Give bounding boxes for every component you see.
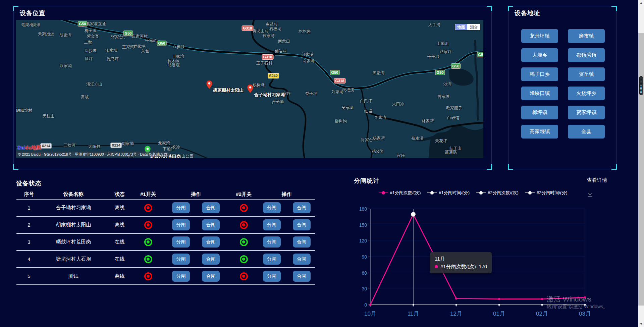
switch-indicator-off <box>240 272 248 280</box>
table-row: 3晒鼓坪村荒田岗在线分闸合闸分闸合闸 <box>16 234 315 251</box>
address-button-磨市镇[interactable]: 磨市镇 <box>568 29 605 43</box>
map-pin-icon[interactable] <box>206 80 213 89</box>
map-place-label: 白岩铺 <box>447 115 459 121</box>
legend-item[interactable]: #2分闸次数/(次) <box>476 190 519 196</box>
column-header: 操作 <box>162 191 229 198</box>
switch-close-button[interactable]: 合闸 <box>293 254 311 265</box>
address-button-资丘镇[interactable]: 资丘镇 <box>568 67 605 81</box>
legend-marker-icon <box>525 191 535 195</box>
map-place-label: 跑马坪 <box>107 56 119 62</box>
switch-close-button[interactable]: 合闸 <box>293 202 311 213</box>
series-dot-icon <box>435 265 438 268</box>
legend-label: #1分闸时间/(分) <box>439 190 470 196</box>
address-button-榔坪镇[interactable]: 榔坪镇 <box>521 106 558 119</box>
tooltip-value: #1分闸次数/(次): 170 <box>440 264 487 269</box>
map-type-map-button[interactable]: 地图 <box>455 24 468 30</box>
address-button-都镇湾镇[interactable]: 都镇湾镇 <box>568 48 605 62</box>
vertical-scrollbar[interactable]: ▲ ▼ <box>638 0 644 327</box>
road-badge-g50: G50 <box>157 41 167 46</box>
map-place-label: 长冲 <box>172 144 180 150</box>
switch-close-button[interactable]: 合闸 <box>202 202 220 213</box>
windows-activation-watermark-sub: 转到“设置”以激活 Windows。 <box>547 304 608 310</box>
address-button-大堰乡[interactable]: 大堰乡 <box>521 48 558 62</box>
address-button-高家堰镇[interactable]: 高家堰镇 <box>521 125 558 139</box>
map-place-label: 柳树沟 <box>335 118 347 124</box>
switch-indicator-off <box>144 272 152 280</box>
map-place-label: 沁水坝 <box>105 48 117 53</box>
map-place-label: 鸡公岩 <box>372 149 384 154</box>
device-status: 在线 <box>105 256 134 262</box>
svg-text:0: 0 <box>364 302 367 308</box>
map-place-label: 三岔河 <box>63 143 75 148</box>
legend-item[interactable]: #1分闸时间/(分) <box>427 190 470 196</box>
trip-stats-title: 分闸统计 <box>354 177 379 185</box>
switch-close-button[interactable]: 合闸 <box>202 219 220 230</box>
map-place-label: 千家岭 <box>145 38 157 44</box>
address-button-渔峡口镇[interactable]: 渔峡口镇 <box>521 87 558 100</box>
trip-open-button[interactable]: 分闸 <box>263 236 281 248</box>
legend-marker-icon <box>379 191 388 195</box>
baidu-logo-bai: Bai <box>17 145 25 150</box>
map-place-label: 洞坪 <box>32 22 40 28</box>
map-place-label: 路家坪 <box>440 49 452 55</box>
trip-open-button[interactable]: 分闸 <box>172 219 190 230</box>
svg-text:180: 180 <box>359 206 367 212</box>
view-details-link[interactable]: 查看详情 <box>587 177 607 183</box>
map-pin-label: 合子坳村习家坳 <box>254 92 285 98</box>
switch2-cell <box>229 255 258 263</box>
trip-open-button[interactable]: 分闸 <box>263 219 281 230</box>
trip-open-button[interactable]: 分闸 <box>172 271 190 282</box>
map-place-label: 刘家坳 <box>331 89 343 95</box>
switch-close-button[interactable]: 合闸 <box>293 236 311 248</box>
table-row: 2胡家棚村太阳山离线分闸合闸分闸合闸 <box>16 217 315 234</box>
chart-tooltip: 11月 #1分闸次数/(次): 170 <box>430 252 492 273</box>
trip-open-button[interactable]: 分闸 <box>263 202 281 213</box>
scrollbar-down-arrow-icon[interactable]: ▼ <box>638 321 644 327</box>
trip-open-button[interactable]: 分闸 <box>172 254 190 265</box>
map-place-label: 天鹅抱蛋 <box>38 31 54 37</box>
address-button-全县[interactable]: 全县 <box>568 125 605 139</box>
switch-close-button[interactable]: 合闸 <box>293 271 311 282</box>
map-place-label: 天花坪 <box>435 138 447 144</box>
switch-close-button[interactable]: 合闸 <box>202 254 220 265</box>
trip-open-button[interactable]: 分闸 <box>172 202 190 213</box>
switch2-actions: 分闸合闸 <box>258 219 315 230</box>
switch2-actions: 分闸合闸 <box>258 254 315 265</box>
corner-decoration <box>508 6 513 11</box>
column-header: #2开关 <box>229 191 258 198</box>
map-place-label: 吴家湾 <box>374 115 386 120</box>
device-location-panel: 设备位置 笔架槽洞坪天鹅 <box>13 6 492 169</box>
switch-close-button[interactable]: 合闸 <box>202 236 220 248</box>
legend-item[interactable]: #1分闸次数/(次) <box>379 190 421 196</box>
address-button-贺家坪镇[interactable]: 贺家坪镇 <box>568 106 605 119</box>
switch-close-button[interactable]: 合闸 <box>293 219 311 230</box>
map-place-label: 渡家沟 <box>60 63 72 69</box>
tooltip-title: 11月 <box>435 255 487 263</box>
map-place-label: 菖蒲溪 <box>445 149 457 155</box>
switch1-actions: 分闸合闸 <box>162 271 229 282</box>
map-type-hybrid-button[interactable]: 混合 <box>468 24 480 30</box>
trip-open-button[interactable]: 分闸 <box>263 271 281 282</box>
address-button-鸭子口乡[interactable]: 鸭子口乡 <box>521 67 558 81</box>
map-place-label: 咕噜堰 <box>168 62 180 68</box>
address-button-grid: 龙舟坪镇磨市镇大堰乡都镇湾镇鸭子口乡资丘镇渔峡口镇火烧坪乡榔坪镇贺家坪镇高家堰镇… <box>521 29 605 139</box>
address-button-火烧坪乡[interactable]: 火烧坪乡 <box>568 87 605 100</box>
map-place-label: 阴阳坡村 <box>16 108 32 113</box>
address-button-龙舟坪镇[interactable]: 龙舟坪镇 <box>521 29 558 43</box>
road-badge-g50: G50 <box>78 21 88 26</box>
device-status: 离线 <box>105 273 134 279</box>
legend-item[interactable]: #2分闸时间/(分) <box>525 190 568 196</box>
scrollbar-overlay-widget[interactable] <box>639 76 643 95</box>
map-place-label: 二墩 <box>84 40 92 45</box>
switch-indicator-off <box>144 221 152 229</box>
switch2-cell <box>229 272 258 280</box>
map-pin-icon[interactable] <box>247 84 254 93</box>
scrollbar-thumb[interactable] <box>638 33 644 306</box>
switch-close-button[interactable]: 合闸 <box>202 271 220 282</box>
trip-open-button[interactable]: 分闸 <box>172 236 190 248</box>
scrollbar-up-arrow-icon[interactable]: ▲ <box>638 0 644 6</box>
map-place-label: 高家堰互通 <box>86 21 106 27</box>
map-place-label: 东包 <box>141 48 149 54</box>
baidu-map[interactable]: 笔架槽洞坪天鹅抱蛋胡家湾高家堰互通梅子溪紫金寨二墩流沙坡沁水坝张家台子彭家河村千… <box>16 20 483 158</box>
trip-open-button[interactable]: 分闸 <box>263 254 281 265</box>
